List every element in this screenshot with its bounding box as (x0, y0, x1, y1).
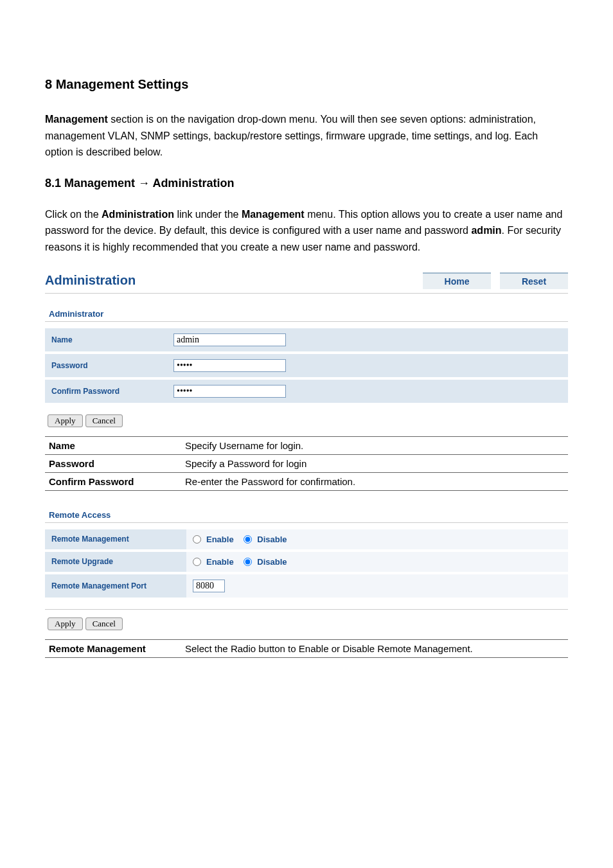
remote-access-form: Remote Management Enable Disable Remote … (45, 529, 568, 600)
intro-bold: Management (45, 114, 108, 125)
remote-upgrade-disable-radio[interactable] (244, 558, 252, 566)
intro-paragraph: Management section is on the navigation … (45, 111, 568, 161)
remote-management-disable-radio[interactable] (244, 535, 252, 544)
enable-label: Enable (206, 535, 234, 544)
administrator-form: Name Password Confirm Password (45, 328, 568, 405)
enable-label: Enable (206, 557, 234, 567)
disable-label: Disable (257, 557, 287, 567)
remote-management-label: Remote Management (45, 529, 186, 551)
admin-description-table: Name Specify Username for login. Passwor… (45, 436, 568, 491)
apply-button[interactable]: Apply (48, 414, 83, 427)
remote-management-port-field[interactable] (193, 580, 225, 592)
remote-button-row: Apply Cancel (45, 609, 568, 635)
confirm-password-label: Confirm Password (45, 378, 167, 404)
admin-paragraph: Click on the Administration link under t… (45, 206, 568, 256)
subsection-heading: 8.1 Management → Administration (45, 177, 568, 190)
confirm-password-field[interactable] (173, 385, 286, 398)
password-field[interactable] (173, 359, 286, 372)
remote-access-section-label: Remote Access (49, 510, 568, 520)
home-button[interactable]: Home (423, 272, 491, 289)
desc-name-val: Specify Username for login. (181, 436, 568, 454)
remote-upgrade-label: Remote Upgrade (45, 551, 186, 573)
password-label: Password (45, 353, 167, 378)
desc-password-key: Password (45, 454, 181, 472)
panel-nav: Home Reset (423, 272, 568, 289)
cancel-button[interactable]: Cancel (85, 617, 123, 630)
panel-title-bar: Administration Home Reset (45, 269, 568, 294)
desc-confirm-val: Re-enter the Password for confirmation. (181, 472, 568, 490)
remote-management-port-label: Remote Management Port (45, 573, 186, 599)
name-field[interactable] (173, 333, 286, 346)
desc-remote-mgmt-val: Select the Radio button to Enable or Dis… (181, 639, 568, 657)
desc-remote-mgmt-key: Remote Management (45, 639, 181, 657)
admin-button-row: Apply Cancel (45, 414, 568, 432)
desc-password-val: Specify a Password for login (181, 454, 568, 472)
panel-title: Administration (45, 273, 136, 288)
section-heading: 8 Management Settings (45, 77, 568, 92)
disable-label: Disable (257, 535, 287, 544)
divider (45, 321, 568, 322)
desc-name-key: Name (45, 436, 181, 454)
remote-description-table: Remote Management Select the Radio butto… (45, 639, 568, 658)
apply-button[interactable]: Apply (48, 617, 83, 630)
reset-button[interactable]: Reset (500, 272, 568, 289)
administrator-section-label: Administrator (49, 309, 568, 319)
name-label: Name (45, 328, 167, 353)
intro-rest: section is on the navigation drop-down m… (45, 114, 538, 157)
cancel-button[interactable]: Cancel (85, 414, 123, 427)
remote-upgrade-enable-radio[interactable] (193, 558, 201, 566)
remote-management-enable-radio[interactable] (193, 535, 201, 544)
desc-confirm-key: Confirm Password (45, 472, 181, 490)
divider (45, 522, 568, 523)
